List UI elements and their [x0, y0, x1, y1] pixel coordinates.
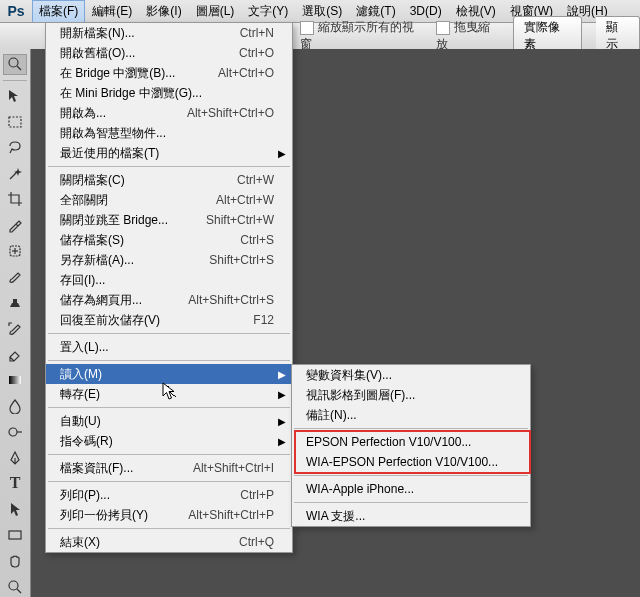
import-submenu: 變數資料集(V)...視訊影格到圖層(F)...備註(N)...EPSON Pe…: [291, 364, 531, 527]
file_menu-item-label: 置入(L)...: [60, 339, 274, 356]
submenu-arrow-icon: ▶: [278, 148, 286, 159]
magnify-tool[interactable]: [3, 576, 27, 597]
svg-rect-7: [9, 376, 21, 384]
toolbox: T: [0, 49, 31, 597]
file_menu-item[interactable]: 開新檔案(N)...Ctrl+N: [46, 23, 292, 43]
crop-tool[interactable]: [3, 189, 27, 210]
svg-point-8: [9, 428, 17, 436]
file_menu-item[interactable]: 開啟為智慧型物件...: [46, 123, 292, 143]
file_menu-item[interactable]: 關閉檔案(C)Ctrl+W: [46, 170, 292, 190]
file-menu-dropdown: 開新檔案(N)...Ctrl+N開啟舊檔(O)...Ctrl+O在 Bridge…: [45, 22, 293, 553]
rect-marquee-tool[interactable]: [3, 112, 27, 133]
menu-file[interactable]: 檔案(F): [32, 0, 85, 22]
file_menu-item-shortcut: Alt+Ctrl+W: [216, 193, 274, 207]
import_submenu-item[interactable]: 備註(N)...: [292, 405, 530, 425]
type-tool[interactable]: T: [3, 473, 27, 494]
file_menu-item-shortcut: Alt+Shift+Ctrl+P: [188, 508, 274, 522]
photoshop-logo: Ps: [0, 0, 32, 22]
opt-fit-windows[interactable]: 縮放顯示所有的視窗: [300, 19, 422, 53]
svg-line-12: [17, 589, 21, 593]
import_submenu-item-label: 備註(N)...: [306, 407, 512, 424]
brush-tool[interactable]: [3, 267, 27, 288]
hand-tool[interactable]: [3, 550, 27, 571]
file_menu-item[interactable]: 關閉並跳至 Bridge...Shift+Ctrl+W: [46, 210, 292, 230]
move-tool[interactable]: [3, 86, 27, 107]
magic-wand-tool[interactable]: [3, 163, 27, 184]
file_menu-item-shortcut: F12: [253, 313, 274, 327]
submenu-arrow-icon: ▶: [278, 389, 286, 400]
file_menu-item-shortcut: Shift+Ctrl+S: [209, 253, 274, 267]
file_menu-item[interactable]: 結束(X)Ctrl+Q: [46, 532, 292, 552]
path-selection-tool[interactable]: [3, 499, 27, 520]
lasso-tool[interactable]: [3, 137, 27, 158]
file_menu-item[interactable]: 儲存為網頁用...Alt+Shift+Ctrl+S: [46, 290, 292, 310]
file_menu-item[interactable]: 指令碼(R)▶: [46, 431, 292, 451]
checkbox-icon[interactable]: [436, 21, 450, 35]
import_submenu-item-label: WIA-EPSON Perfection V10/V100...: [306, 455, 512, 469]
file_menu-item-label: 在 Bridge 中瀏覽(B)...: [60, 65, 218, 82]
clone-stamp-tool[interactable]: [3, 292, 27, 313]
file_menu-item[interactable]: 回復至前次儲存(V)F12: [46, 310, 292, 330]
import_submenu-item[interactable]: WIA 支援...: [292, 506, 530, 526]
file_menu-item[interactable]: 儲存檔案(S)Ctrl+S: [46, 230, 292, 250]
file_menu-item[interactable]: 列印一份拷貝(Y)Alt+Shift+Ctrl+P: [46, 505, 292, 525]
file_menu-item-shortcut: Ctrl+S: [240, 233, 274, 247]
menu-type[interactable]: 文字(Y): [241, 0, 295, 22]
file_menu-item-label: 在 Mini Bridge 中瀏覽(G)...: [60, 85, 274, 102]
file_menu-item-label: 儲存為網頁用...: [60, 292, 188, 309]
file_menu-item[interactable]: 自動(U)▶: [46, 411, 292, 431]
file_menu-item[interactable]: 轉存(E)▶: [46, 384, 292, 404]
svg-rect-10: [9, 531, 21, 539]
import_submenu-item-label: 變數資料集(V)...: [306, 367, 512, 384]
blur-tool[interactable]: [3, 396, 27, 417]
file_menu-item-shortcut: Alt+Shift+Ctrl+I: [193, 461, 274, 475]
menu-edit[interactable]: 編輯(E): [85, 0, 139, 22]
svg-rect-2: [9, 117, 21, 127]
file_menu-item-label: 存回(I)...: [60, 272, 274, 289]
file_menu-item[interactable]: 檔案資訊(F)...Alt+Shift+Ctrl+I: [46, 458, 292, 478]
history-brush-tool[interactable]: [3, 318, 27, 339]
file_menu-item-label: 最近使用的檔案(T): [60, 145, 274, 162]
file_menu-item-shortcut: Ctrl+P: [240, 488, 274, 502]
file_menu-item[interactable]: 列印(P)...Ctrl+P: [46, 485, 292, 505]
file_menu-item[interactable]: 開啟為...Alt+Shift+Ctrl+O: [46, 103, 292, 123]
checkbox-icon[interactable]: [300, 21, 314, 35]
file_menu-item[interactable]: 另存新檔(A)...Shift+Ctrl+S: [46, 250, 292, 270]
menu-layer[interactable]: 圖層(L): [189, 0, 242, 22]
file_menu-item[interactable]: 讀入(M)▶: [46, 364, 292, 384]
file_menu-item[interactable]: 全部關閉Alt+Ctrl+W: [46, 190, 292, 210]
tool-divider: [3, 80, 27, 81]
pen-tool[interactable]: [3, 447, 27, 468]
file_menu-item-shortcut: Ctrl+N: [240, 26, 274, 40]
svg-point-0: [9, 58, 18, 67]
file_menu-item[interactable]: 在 Bridge 中瀏覽(B)...Alt+Ctrl+O: [46, 63, 292, 83]
file_menu-item[interactable]: 最近使用的檔案(T)▶: [46, 143, 292, 163]
file_menu-item-shortcut: Shift+Ctrl+W: [206, 213, 274, 227]
import_submenu-item[interactable]: 視訊影格到圖層(F)...: [292, 385, 530, 405]
file_menu-item-label: 儲存檔案(S): [60, 232, 240, 249]
import_submenu-item[interactable]: EPSON Perfection V10/V100...: [292, 432, 530, 452]
file_menu-item[interactable]: 在 Mini Bridge 中瀏覽(G)...: [46, 83, 292, 103]
eraser-tool[interactable]: [3, 344, 27, 365]
dodge-tool[interactable]: [3, 421, 27, 442]
zoom-tool[interactable]: [3, 54, 27, 75]
file_menu-item-label: 另存新檔(A)...: [60, 252, 209, 269]
import_submenu-item[interactable]: 變數資料集(V)...: [292, 365, 530, 385]
import_submenu-item[interactable]: WIA-EPSON Perfection V10/V100...: [292, 452, 530, 472]
submenu-arrow-icon: ▶: [278, 416, 286, 427]
file_menu-item-label: 開啟為智慧型物件...: [60, 125, 274, 142]
file_menu-item-label: 關閉檔案(C): [60, 172, 237, 189]
eyedropper-tool[interactable]: [3, 215, 27, 236]
file_menu-item[interactable]: 存回(I)...: [46, 270, 292, 290]
healing-brush-tool[interactable]: [3, 241, 27, 262]
file_menu-item-label: 自動(U): [60, 413, 274, 430]
import_submenu-item[interactable]: WIA-Apple iPhone...: [292, 479, 530, 499]
menu-image[interactable]: 影像(I): [139, 0, 188, 22]
file_menu-item[interactable]: 開啟舊檔(O)...Ctrl+O: [46, 43, 292, 63]
opt-scrubby-zoom[interactable]: 拖曳縮放: [436, 19, 500, 53]
file_menu-item-label: 開啟為...: [60, 105, 187, 122]
svg-line-1: [17, 66, 21, 70]
gradient-tool[interactable]: [3, 370, 27, 391]
rectangle-tool[interactable]: [3, 525, 27, 546]
file_menu-item[interactable]: 置入(L)...: [46, 337, 292, 357]
